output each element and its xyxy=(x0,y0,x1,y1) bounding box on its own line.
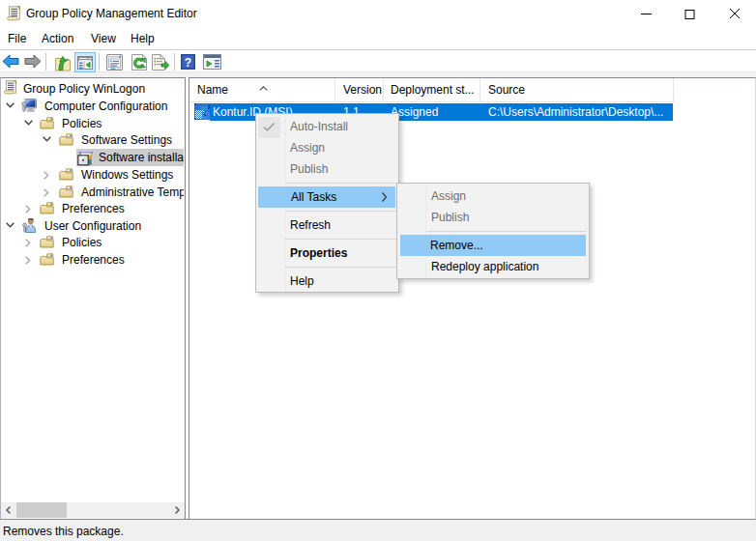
svg-text:?: ? xyxy=(185,56,191,70)
